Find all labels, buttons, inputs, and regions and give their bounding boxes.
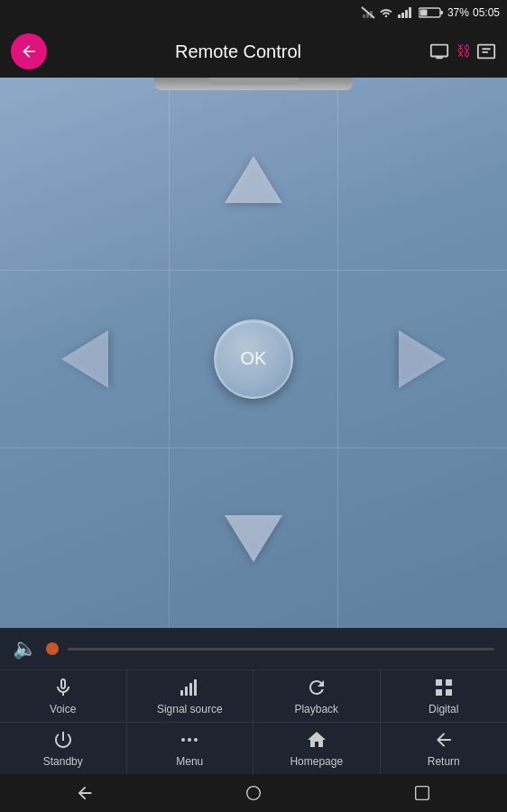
- signal-bars-icon: [397, 6, 415, 19]
- back-button[interactable]: [11, 33, 47, 69]
- slider-area: 🔈: [0, 628, 507, 669]
- svg-rect-19: [416, 787, 429, 800]
- standby-icon: [51, 728, 75, 752]
- svg-rect-3: [363, 14, 365, 18]
- svg-point-15: [181, 738, 185, 742]
- time-display: 05:05: [473, 6, 500, 19]
- svg-rect-10: [419, 10, 427, 16]
- arrow-right-icon: [399, 330, 446, 388]
- arrow-up-icon: [225, 156, 282, 203]
- android-back-icon: [75, 783, 95, 803]
- dpad-topright-cell: [338, 90, 507, 270]
- home-svg: [306, 729, 327, 751]
- svg-rect-1: [370, 11, 373, 18]
- homepage-label: Homepage: [290, 755, 343, 768]
- arrow-down-icon: [225, 515, 282, 562]
- refresh-svg: [306, 677, 327, 698]
- arrow-left-icon: [61, 330, 108, 388]
- battery-icon: [419, 6, 444, 19]
- back-arrow-icon: [20, 42, 38, 60]
- dpad-bottomright-cell: [338, 448, 507, 628]
- android-home-icon: [244, 783, 263, 803]
- grid-svg: [433, 677, 455, 698]
- playback-icon: [305, 676, 328, 699]
- toolbar-standby[interactable]: Standby: [0, 723, 127, 775]
- toolbar-signal-source[interactable]: Signal source: [127, 670, 254, 723]
- chain-link-icon: ⛓: [456, 43, 469, 60]
- dpad-ok-button[interactable]: OK: [169, 270, 337, 449]
- digital-icon: [432, 676, 456, 699]
- monitor-icon: [429, 42, 449, 61]
- dpad-container: OK: [0, 90, 507, 628]
- ok-button-circle[interactable]: OK: [214, 319, 293, 399]
- return-icon: [432, 728, 456, 752]
- toolbar-playback[interactable]: Playback: [254, 670, 381, 723]
- android-home-button[interactable]: [229, 776, 278, 810]
- toolbar-menu[interactable]: Menu: [127, 723, 254, 775]
- return-label: Return: [428, 755, 460, 768]
- voice-label: Voice: [50, 703, 76, 715]
- page-title: Remote Control: [47, 42, 429, 62]
- remote-area: OK: [0, 78, 507, 628]
- android-back-button[interactable]: [60, 776, 109, 810]
- wifi-icon: [379, 6, 393, 19]
- voice-icon: [51, 676, 75, 699]
- toolbar-return[interactable]: Return: [381, 723, 508, 775]
- android-recents-button[interactable]: [398, 776, 447, 810]
- tv-top-inner: [208, 78, 299, 85]
- android-recents-icon: [412, 783, 432, 803]
- dpad-left-button[interactable]: [0, 270, 169, 449]
- dpad-bottomleft-cell: [0, 448, 169, 628]
- dpad-topleft-cell: [0, 90, 169, 270]
- homepage-icon: [305, 728, 328, 752]
- top-right-icons: ⛓: [429, 42, 496, 61]
- svg-rect-2: [366, 13, 369, 18]
- svg-rect-9: [440, 11, 443, 14]
- volume-dot: [46, 642, 59, 655]
- menu-dots-svg: [179, 729, 200, 751]
- battery-percent: 37%: [447, 6, 469, 19]
- svg-rect-7: [409, 7, 411, 18]
- top-bar: Remote Control ⛓: [0, 25, 507, 78]
- toolbar-homepage[interactable]: Homepage: [254, 723, 381, 775]
- svg-point-17: [194, 738, 198, 742]
- svg-rect-11: [180, 690, 183, 696]
- bottom-toolbar: Voice Signal source Playback Digital: [0, 669, 507, 774]
- menu-label: Menu: [176, 755, 203, 768]
- tv-icon: [476, 42, 496, 61]
- status-bar: 37% 05:05: [0, 0, 507, 25]
- ok-label: OK: [241, 348, 267, 369]
- power-svg: [52, 729, 74, 751]
- microphone-svg: [52, 677, 74, 698]
- toolbar-digital[interactable]: Digital: [381, 670, 508, 723]
- signal-source-label: Signal source: [157, 703, 223, 715]
- signal-off-icon: [361, 6, 375, 19]
- status-icons: 37% 05:05: [361, 6, 500, 19]
- digital-label: Digital: [429, 703, 458, 715]
- dpad-up-button[interactable]: [169, 90, 337, 270]
- svg-rect-6: [405, 10, 408, 18]
- svg-rect-12: [185, 687, 188, 696]
- toolbar-voice[interactable]: Voice: [0, 670, 127, 723]
- svg-rect-13: [189, 683, 192, 696]
- tv-top-decoration: [154, 78, 353, 90]
- svg-point-18: [247, 787, 261, 800]
- dpad-right-button[interactable]: [338, 270, 507, 449]
- svg-rect-4: [398, 14, 401, 18]
- svg-rect-14: [194, 679, 197, 696]
- menu-icon: [178, 728, 201, 752]
- volume-icon[interactable]: 🔈: [13, 637, 37, 660]
- svg-rect-5: [401, 13, 404, 18]
- playback-label: Playback: [294, 703, 338, 715]
- return-svg: [433, 729, 455, 751]
- signal-bars-svg: [179, 677, 200, 698]
- signal-source-icon: [178, 676, 201, 699]
- android-nav-bar: [0, 774, 507, 812]
- standby-label: Standby: [43, 755, 83, 768]
- dpad-down-button[interactable]: [169, 448, 337, 628]
- volume-slider[interactable]: [68, 648, 494, 651]
- svg-point-16: [188, 738, 191, 742]
